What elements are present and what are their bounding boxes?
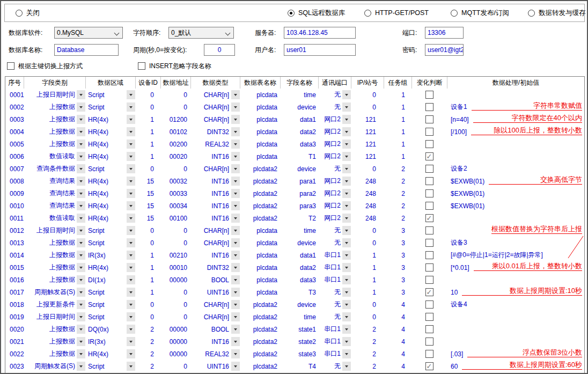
data-region-value[interactable]: IR(3x) xyxy=(85,252,126,259)
field-category-value[interactable]: 周期触发器(S) xyxy=(24,288,76,297)
task-group-value[interactable]: 3 xyxy=(384,252,411,259)
ip-station-value[interactable]: 248 xyxy=(351,202,384,210)
comm-port-value[interactable]: 无 xyxy=(318,102,342,112)
data-type-value[interactable]: UINT16 xyxy=(190,289,231,296)
change-detect-checkbox[interactable] xyxy=(425,103,433,111)
device-id-value[interactable]: 15 xyxy=(135,202,160,210)
device-id-value[interactable]: 1 xyxy=(135,276,160,284)
field-category-value[interactable]: 周期触发器(S) xyxy=(24,362,76,371)
task-group-value[interactable]: 4 xyxy=(384,350,411,358)
table-name-value[interactable]: plcdata2 xyxy=(240,301,280,309)
ip-station-value[interactable]: 0 xyxy=(351,227,384,234)
data-address-value[interactable]: 00100 xyxy=(160,215,190,222)
field-category-dropdown[interactable] xyxy=(77,362,85,371)
comm-port-dropdown[interactable] xyxy=(342,115,351,124)
data-region-value[interactable]: HR(4x) xyxy=(85,141,126,148)
data-region-dropdown[interactable] xyxy=(127,300,135,309)
process-value[interactable]: 10 xyxy=(451,289,458,296)
data-region-dropdown[interactable] xyxy=(127,362,135,371)
data-type-dropdown[interactable] xyxy=(231,177,240,186)
data-address-value[interactable]: 00020 xyxy=(160,153,190,160)
data-type-dropdown[interactable] xyxy=(231,362,240,371)
field-name-value[interactable]: para2 xyxy=(280,190,318,197)
comm-port-value[interactable]: 串口1 xyxy=(318,263,342,272)
task-group-value[interactable]: 3 xyxy=(384,227,411,234)
change-detect-checkbox[interactable]: ✓ xyxy=(425,362,433,370)
data-type-value[interactable]: INT16 xyxy=(190,153,231,160)
data-type-value[interactable]: CHAR[n] xyxy=(190,239,231,247)
table-name-value[interactable]: plcdata xyxy=(240,227,280,234)
field-category-dropdown[interactable] xyxy=(77,263,85,272)
field-category-dropdown[interactable] xyxy=(77,275,85,284)
data-type-value[interactable]: UINT16 xyxy=(190,363,231,370)
data-region-value[interactable]: Script xyxy=(85,91,126,99)
table-name-value[interactable]: plcdata2 xyxy=(240,313,280,321)
comm-port-value[interactable]: 网口2 xyxy=(318,201,342,210)
process-value[interactable]: $EXWB(01) xyxy=(451,178,484,185)
device-id-value[interactable]: 15 xyxy=(135,190,160,197)
field-name-value[interactable]: time xyxy=(280,227,318,234)
task-group-value[interactable]: 1 xyxy=(384,128,411,136)
field-name-value[interactable]: state2 xyxy=(280,338,318,346)
field-category-dropdown[interactable] xyxy=(77,177,85,186)
task-group-value[interactable]: 2 xyxy=(384,165,411,173)
process-value[interactable]: 设备1 xyxy=(451,102,467,112)
field-name-value[interactable]: device xyxy=(280,239,318,247)
change-detect-checkbox[interactable] xyxy=(425,313,433,321)
data-region-dropdown[interactable] xyxy=(127,288,135,297)
device-id-value[interactable]: 0 xyxy=(135,227,160,234)
change-detect-checkbox[interactable] xyxy=(425,115,433,123)
field-category-value[interactable]: 查询结果 xyxy=(24,201,76,210)
field-name-value[interactable]: para3 xyxy=(280,202,318,210)
comm-port-value[interactable]: 无 xyxy=(318,164,342,173)
comm-port-dropdown[interactable] xyxy=(342,189,351,198)
data-address-value[interactable]: 0 xyxy=(160,91,190,99)
change-detect-checkbox[interactable] xyxy=(425,189,433,197)
task-group-value[interactable]: 4 xyxy=(384,301,411,309)
field-category-dropdown[interactable] xyxy=(77,325,85,334)
field-name-value[interactable]: state1 xyxy=(280,326,318,333)
comm-port-dropdown[interactable] xyxy=(342,325,351,334)
comm-port-dropdown[interactable] xyxy=(342,127,351,136)
field-category-dropdown[interactable] xyxy=(77,90,85,99)
data-type-value[interactable]: INT16 xyxy=(190,178,231,185)
comm-port-value[interactable]: 无 xyxy=(318,300,342,309)
field-category-dropdown[interactable] xyxy=(77,349,85,358)
data-type-value[interactable]: REAL32 xyxy=(190,350,231,358)
comm-port-dropdown[interactable] xyxy=(342,362,351,371)
data-region-dropdown[interactable] xyxy=(127,238,135,247)
comm-port-dropdown[interactable] xyxy=(342,337,351,346)
data-type-dropdown[interactable] xyxy=(231,263,240,272)
field-category-dropdown[interactable] xyxy=(77,201,85,210)
device-id-value[interactable]: 1 xyxy=(135,264,160,272)
data-address-value[interactable]: 00000 xyxy=(160,338,190,346)
db-software-select[interactable]: 0.MySQL xyxy=(54,27,123,39)
change-detect-checkbox[interactable]: ✓ xyxy=(425,288,433,296)
ip-station-value[interactable]: 248 xyxy=(351,178,384,185)
task-group-value[interactable]: 2 xyxy=(384,202,411,210)
data-region-value[interactable]: HR(4x) xyxy=(85,190,126,197)
device-id-value[interactable]: 1 xyxy=(135,116,160,123)
device-id-value[interactable]: 2 xyxy=(135,350,160,358)
radio-http-get-post[interactable]: HTTP-GET/POST xyxy=(364,4,429,21)
field-category-dropdown[interactable] xyxy=(77,140,85,149)
task-group-value[interactable]: 3 xyxy=(384,276,411,284)
field-category-dropdown[interactable] xyxy=(77,238,85,247)
process-value[interactable]: 设备4 xyxy=(451,300,467,309)
comm-port-value[interactable]: 无 xyxy=(318,288,342,297)
comm-port-value[interactable]: 网口2 xyxy=(318,127,342,136)
data-address-value[interactable]: 00210 xyxy=(160,252,190,259)
field-name-value[interactable]: device xyxy=(280,165,318,173)
table-name-value[interactable]: plcdata2 xyxy=(240,363,280,370)
task-group-value[interactable]: 3 xyxy=(384,239,411,247)
field-category-value[interactable]: 查询条件数据 xyxy=(24,164,76,173)
device-id-value[interactable]: 1 xyxy=(135,128,160,136)
ip-station-value[interactable]: 121 xyxy=(351,116,384,123)
ip-station-value[interactable]: 1 xyxy=(351,264,384,272)
data-type-value[interactable]: REAL32 xyxy=(190,141,231,148)
field-name-value[interactable]: time xyxy=(280,91,318,99)
data-address-value[interactable]: 00010 xyxy=(160,264,190,272)
data-address-value[interactable]: 00200 xyxy=(160,141,190,148)
device-id-value[interactable]: 0 xyxy=(135,313,160,321)
data-region-dropdown[interactable] xyxy=(127,115,135,124)
